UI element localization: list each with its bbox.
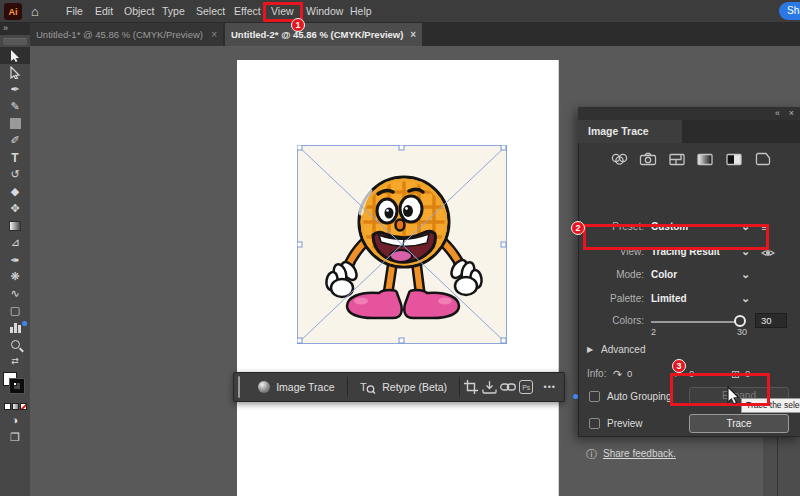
share-button[interactable]: Sha [779, 2, 800, 20]
tab-untitled-1[interactable]: Untitled-1* @ 45.86 % (CMYK/Preview) × [30, 23, 223, 46]
colors-value-field[interactable]: 30 [755, 313, 787, 328]
link-button[interactable] [499, 373, 517, 401]
menu-bar: Ai ⌂ File Edit Object Type Select Effect… [0, 0, 800, 23]
tab-close-icon[interactable]: × [211, 29, 217, 40]
more-options-button[interactable]: ••• [536, 382, 564, 392]
edit-in-photoshop-button[interactable]: Ps [517, 373, 535, 401]
menu-window[interactable]: Window [306, 0, 343, 22]
info-label: Info: [587, 366, 606, 382]
menu-type[interactable]: Type [162, 0, 185, 22]
zoom-tool[interactable] [0, 336, 30, 353]
divider [347, 377, 348, 397]
quick-actions-bar: Image Trace T Retype (Beta) [233, 372, 565, 402]
grayscale-preset-icon[interactable] [695, 151, 715, 167]
palette-dropdown[interactable] [581, 291, 787, 307]
rectangle-icon [10, 118, 21, 129]
menu-select[interactable]: Select [196, 0, 225, 22]
mode-dropdown[interactable] [581, 267, 787, 283]
direct-selection-tool[interactable] [0, 64, 30, 81]
eyedropper-tool[interactable]: ✒ [0, 251, 30, 268]
low-color-preset-icon[interactable] [667, 151, 687, 167]
menu-object[interactable]: Object [124, 0, 154, 22]
colors-slider-track[interactable] [651, 321, 741, 323]
paintbrush-tool[interactable]: ✐ [0, 132, 30, 149]
annotation-badge-1: 1 [291, 18, 305, 32]
stroke-color-swatch[interactable] [10, 379, 24, 393]
none-button[interactable] [20, 403, 27, 410]
document-tab-bar: Untitled-1* @ 45.86 % (CMYK/Preview) × U… [0, 23, 800, 46]
curvature-tool[interactable]: ✎ [0, 98, 30, 115]
home-icon[interactable]: ⌂ [31, 0, 39, 23]
auto-grouping-checkbox[interactable] [589, 391, 600, 402]
outline-preset-icon[interactable] [753, 151, 773, 167]
menu-help[interactable]: Help [350, 0, 372, 22]
advanced-disclosure-icon[interactable]: ▶ [587, 342, 593, 358]
image-trace-button[interactable]: Image Trace [248, 373, 344, 401]
divider [459, 377, 460, 397]
colors-min: 2 [651, 327, 656, 337]
share-feedback-link[interactable]: Share feedback. [603, 446, 676, 462]
artboard-tool[interactable]: ▢ [0, 302, 30, 319]
gradient-icon [9, 221, 21, 231]
collapse-panel-icon[interactable]: « [775, 108, 780, 118]
new-feature-dot [573, 394, 578, 399]
menu-file[interactable]: File [66, 0, 83, 22]
new-feature-dot [22, 321, 27, 326]
annotation-badge-3: 3 [672, 359, 686, 373]
menu-effect[interactable]: Effect [234, 0, 261, 22]
mode-row: Mode: Color ⌄ [579, 267, 800, 283]
color-button[interactable] [4, 403, 11, 410]
rotate-tool[interactable]: ↺ [0, 166, 30, 183]
gradient-button[interactable] [12, 403, 19, 410]
info-circle-icon: ⓘ [586, 446, 597, 462]
screen-mode-button[interactable]: ❐ [0, 429, 30, 446]
palette-row: Palette: Limited ⌄ [579, 291, 800, 307]
tab-label: Untitled-2* @ 45.86 % (CMYK/Preview) [231, 29, 406, 40]
crop-image-button[interactable] [462, 373, 480, 401]
selection-bounding-box[interactable] [297, 145, 507, 344]
high-color-preset-icon[interactable] [638, 151, 658, 167]
panel-tab-strip: Image Trace [578, 120, 800, 143]
type-tool[interactable]: T [0, 149, 30, 166]
trace-preset-icons [609, 151, 773, 167]
retype-button[interactable]: T Retype (Beta) [349, 373, 457, 401]
illustrator-logo-icon[interactable]: Ai [4, 3, 22, 20]
close-panel-icon[interactable]: × [789, 107, 794, 120]
scale-tool[interactable]: ✥ [0, 200, 30, 217]
gradient-tool[interactable] [0, 217, 30, 234]
swap-fill-stroke[interactable]: ⇄ [0, 353, 30, 370]
colors-range-row: 2 30 [579, 327, 800, 339]
auto-color-preset-icon[interactable] [609, 151, 629, 167]
graph-tool[interactable] [0, 319, 30, 336]
fill-stroke-indicator[interactable] [0, 370, 30, 400]
mouse-cursor [727, 386, 741, 404]
toolbar-overflow-icon[interactable]: » [0, 23, 30, 35]
eraser-tool[interactable]: ◆ [0, 183, 30, 200]
selection-tool[interactable] [0, 47, 30, 64]
paths-count: 0 [627, 366, 632, 382]
tools-panel: » ✒ ✎ ✐ T ↺ ◆ ✥ ⊿ ✒ ❋ ∿ ▢ ⇄ ◑ [0, 23, 30, 496]
toolbar-drag-grip[interactable] [3, 38, 27, 45]
paths-count-icon: ↷ [613, 366, 622, 382]
quickbar-drag-grip[interactable] [238, 376, 240, 398]
blend-tool[interactable]: ❋ [0, 268, 30, 285]
illustrator-window: Ai ⌂ File Edit Object Type Select Effect… [0, 0, 800, 496]
tab-untitled-2[interactable]: Untitled-2* @ 45.86 % (CMYK/Preview) × [225, 23, 422, 46]
annotation-badge-2: 2 [571, 221, 585, 235]
placed-waffle-image[interactable] [297, 145, 507, 344]
advanced-row[interactable]: ▶ Advanced [579, 342, 800, 358]
black-white-preset-icon[interactable] [724, 151, 744, 167]
pen-tool[interactable]: ✒ [0, 81, 30, 98]
image-trace-panel-tab[interactable]: Image Trace [578, 120, 682, 143]
annotation-box-step3 [670, 373, 770, 406]
colors-slider-knob[interactable] [734, 315, 746, 327]
width-tool[interactable]: ∿ [0, 285, 30, 302]
rectangle-tool[interactable] [0, 115, 30, 132]
retype-icon: T [359, 380, 376, 395]
embed-button[interactable] [480, 373, 498, 401]
drawing-modes-button[interactable]: ◑ [0, 412, 30, 429]
menu-edit[interactable]: Edit [95, 0, 113, 22]
measure-tool[interactable]: ⊿ [0, 234, 30, 251]
tab-close-icon[interactable]: × [410, 29, 416, 40]
svg-text:T: T [360, 381, 367, 393]
